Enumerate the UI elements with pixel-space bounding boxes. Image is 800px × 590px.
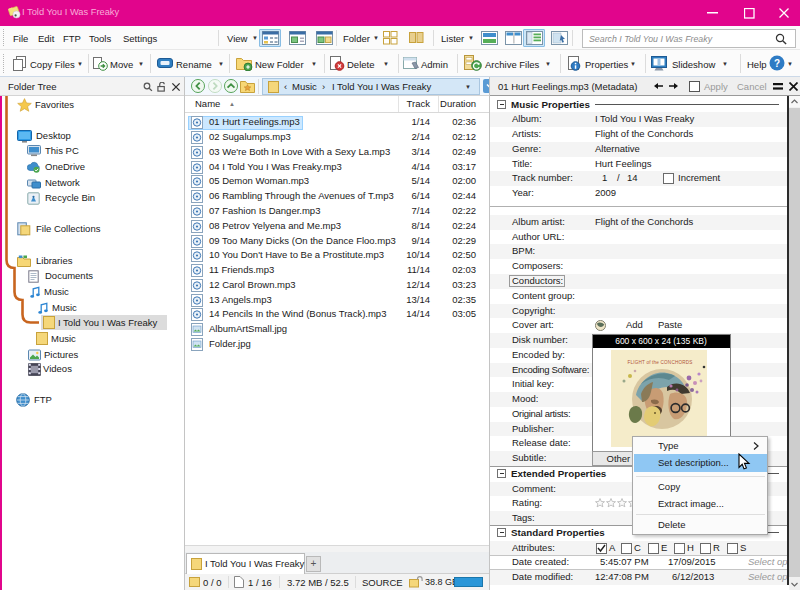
svg-text:?: ? <box>774 58 780 69</box>
svg-text:FLIGHT of the CONCHORDS: FLIGHT of the CONCHORDS <box>627 360 692 365</box>
